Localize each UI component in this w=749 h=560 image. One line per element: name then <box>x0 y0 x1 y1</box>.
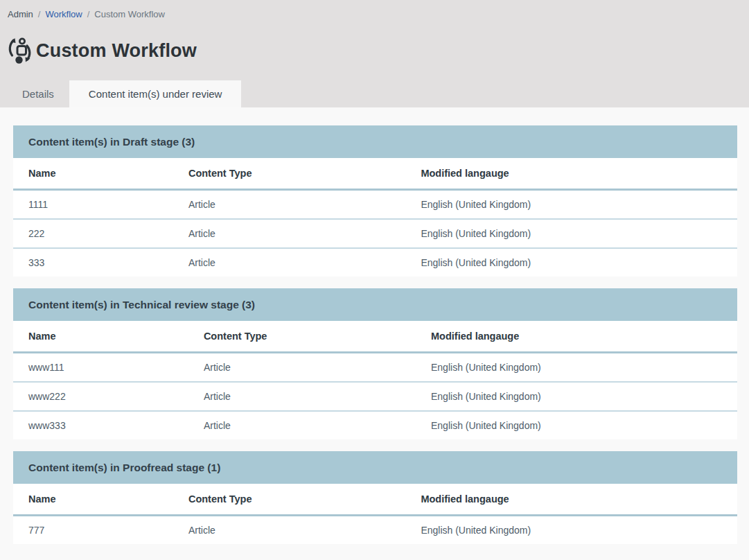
table-row: 222ArticleEnglish (United Kingdom) <box>13 219 737 248</box>
table-cell: Article <box>188 411 416 439</box>
table-cell: English (United Kingdom) <box>405 219 737 248</box>
page-title: Custom Workflow <box>36 40 197 62</box>
table-row: www222ArticleEnglish (United Kingdom) <box>13 382 737 411</box>
table-cell: www111 <box>13 353 188 383</box>
column-header: Modified langauge <box>405 484 737 516</box>
stage-section: Content item(s) in Proofread stage (1) N… <box>13 451 737 544</box>
table-cell: Article <box>173 516 405 545</box>
workflow-icon <box>7 37 32 64</box>
table-cell: Article <box>188 353 416 383</box>
table-cell: English (United Kingdom) <box>416 353 737 383</box>
app-window: Admin/Workflow/Custom Workflow <box>0 0 749 544</box>
breadcrumb-separator: / <box>38 9 41 19</box>
stage-section-title: Content item(s) in Technical review stag… <box>28 299 255 311</box>
table-row: 1111ArticleEnglish (United Kingdom) <box>13 190 737 220</box>
tab-bar: Details Content item(s) under review <box>0 80 749 107</box>
table-cell: 222 <box>13 219 173 248</box>
column-header: Content Type <box>188 321 416 353</box>
tab-content-items-under-review[interactable]: Content item(s) under review <box>69 80 242 107</box>
table-cell: 1111 <box>13 190 173 220</box>
column-header: Name <box>13 484 173 516</box>
table-header-row: NameContent TypeModified langauge <box>13 321 737 353</box>
table-cell: www333 <box>13 411 188 439</box>
column-header: Modified langauge <box>405 158 737 190</box>
breadcrumb-item-workflow[interactable]: Workflow <box>45 9 82 19</box>
breadcrumb-separator: / <box>87 9 90 19</box>
table-header-row: NameContent TypeModified langauge <box>13 158 737 190</box>
table-cell: English (United Kingdom) <box>405 516 737 545</box>
column-header: Content Type <box>173 484 405 516</box>
table-cell: English (United Kingdom) <box>416 411 737 439</box>
breadcrumb: Admin/Workflow/Custom Workflow <box>0 0 749 20</box>
stage-table: NameContent TypeModified langauge www111… <box>13 321 737 439</box>
table-cell: Article <box>173 248 405 277</box>
stage-section-title: Content item(s) in Draft stage (3) <box>28 136 195 148</box>
stage-section-title: Content item(s) in Proofread stage (1) <box>28 462 220 474</box>
stage-sections: Content item(s) in Draft stage (3) NameC… <box>13 125 737 544</box>
table-cell: 777 <box>13 516 173 545</box>
tab-details[interactable]: Details <box>7 80 69 107</box>
column-header: Name <box>13 321 188 353</box>
table-cell: English (United Kingdom) <box>416 382 737 411</box>
table-row: www333ArticleEnglish (United Kingdom) <box>13 411 737 439</box>
table-row: 333ArticleEnglish (United Kingdom) <box>13 248 737 277</box>
stage-table: NameContent TypeModified langauge 777Art… <box>13 484 737 544</box>
breadcrumb-item-admin: Admin <box>8 9 33 19</box>
stage-section: Content item(s) in Technical review stag… <box>13 288 737 439</box>
stage-table: NameContent TypeModified langauge 1111Ar… <box>13 158 737 277</box>
stage-section-header: Content item(s) in Technical review stag… <box>13 288 737 321</box>
content-area: Content item(s) in Draft stage (3) NameC… <box>0 107 749 544</box>
stage-section-header: Content item(s) in Proofread stage (1) <box>13 451 737 484</box>
table-cell: www222 <box>13 382 188 411</box>
table-cell: Article <box>188 382 416 411</box>
page-header: Admin/Workflow/Custom Workflow <box>0 0 749 107</box>
stage-section-header: Content item(s) in Draft stage (3) <box>13 125 737 158</box>
column-header: Content Type <box>173 158 405 190</box>
table-cell: Article <box>173 219 405 248</box>
table-cell: 333 <box>13 248 173 277</box>
breadcrumb-item-current: Custom Workflow <box>94 9 165 19</box>
table-row: 777ArticleEnglish (United Kingdom) <box>13 516 737 545</box>
title-row: Custom Workflow <box>0 37 749 64</box>
column-header: Name <box>13 158 173 190</box>
table-cell: English (United Kingdom) <box>405 190 737 220</box>
stage-section: Content item(s) in Draft stage (3) NameC… <box>13 125 737 277</box>
table-cell: Article <box>173 190 405 220</box>
table-cell: English (United Kingdom) <box>405 248 737 277</box>
table-header-row: NameContent TypeModified langauge <box>13 484 737 516</box>
table-row: www111ArticleEnglish (United Kingdom) <box>13 353 737 383</box>
column-header: Modified langauge <box>416 321 737 353</box>
